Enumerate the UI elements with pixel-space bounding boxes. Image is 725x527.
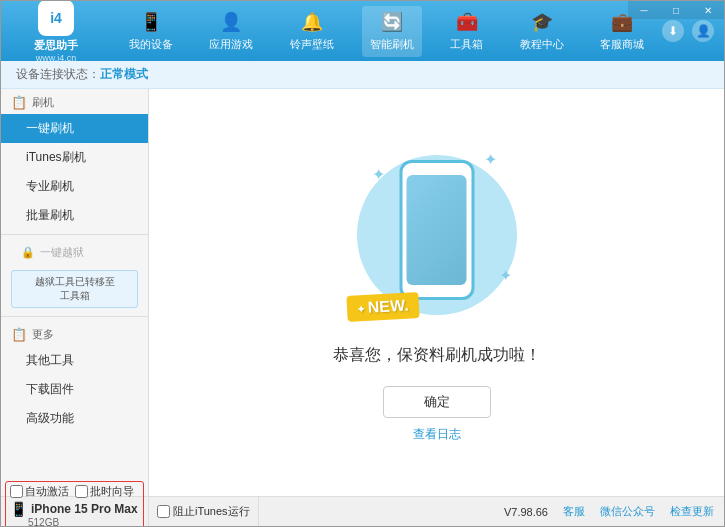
sidebar-disabled-jailbreak: 🔒 一键越狱: [1, 239, 148, 266]
sidebar-item-advanced[interactable]: 高级功能: [1, 404, 148, 433]
success-message: 恭喜您，保资料刷机成功啦！: [333, 345, 541, 366]
guide-import-checkbox[interactable]: [75, 485, 88, 498]
device-box: 自动激活 批时向导 📱 iPhone 15 Pro Max 512GB iPho…: [5, 481, 144, 527]
apps-icon: 👤: [220, 11, 242, 33]
check-update-link[interactable]: 检查更新: [670, 504, 714, 519]
customer-service-link[interactable]: 客服: [563, 504, 585, 519]
app-logo: i4 爱思助手 www.i4.cn: [1, 0, 111, 63]
stop-itunes-label[interactable]: 阻止iTunes运行: [157, 504, 250, 519]
sidebar-item-itunes-flash[interactable]: iTunes刷机: [1, 143, 148, 172]
version-label: V7.98.66: [504, 506, 548, 518]
guide-import-label[interactable]: 批时向导: [75, 484, 134, 499]
sidebar-notice: 越狱工具已转移至工具箱: [11, 270, 138, 308]
nav-toolbox[interactable]: 🧰 工具箱: [442, 6, 491, 57]
minimize-button[interactable]: ─: [628, 1, 660, 19]
confirm-button[interactable]: 确定: [383, 386, 491, 418]
logo-icon: i4: [38, 0, 74, 36]
bottom-right: V7.98.66 客服 微信公众号 检查更新: [494, 497, 724, 526]
device-name: iPhone 15 Pro Max: [31, 502, 138, 516]
sidebar-item-other-tools[interactable]: 其他工具: [1, 346, 148, 375]
device-section: 自动激活 批时向导 📱 iPhone 15 Pro Max 512GB iPho…: [1, 497, 149, 526]
nav-ringtones[interactable]: 🔔 铃声壁纸: [282, 6, 342, 57]
lock-icon: 🔒: [21, 246, 35, 259]
sparkle-2: ✦: [484, 150, 497, 169]
stop-itunes-checkbox[interactable]: [157, 505, 170, 518]
new-badge: NEW.: [346, 292, 419, 322]
phone-graphic: ✦ ✦ ✦ NEW.: [357, 145, 517, 325]
sidebar: 📋 刷机 一键刷机 iTunes刷机 专业刷机 批量刷机 🔒 一键越狱 越狱工具…: [1, 89, 149, 498]
status-prefix: 设备连接状态：: [16, 66, 100, 83]
close-button[interactable]: ✕: [692, 1, 724, 19]
sub-header: 设备连接状态： 正常模式: [1, 61, 724, 89]
main-nav: 📱 我的设备 👤 应用游戏 🔔 铃声壁纸 🔄 智能刷机 🧰 工具箱 🎓: [111, 6, 662, 57]
window-controls: ─ □ ✕: [628, 1, 724, 19]
sidebar-flash-header: 📋 刷机: [1, 89, 148, 114]
flash-section-icon: 📋: [11, 95, 27, 110]
sidebar-divider-2: [1, 316, 148, 317]
nav-apps-games[interactable]: 👤 应用游戏: [201, 6, 261, 57]
app-name: 爱思助手: [34, 38, 78, 53]
maximize-button[interactable]: □: [660, 1, 692, 19]
sparkle-3: ✦: [499, 266, 512, 285]
sidebar-divider-1: [1, 234, 148, 235]
auto-activate-checkbox[interactable]: [10, 485, 23, 498]
user-btn[interactable]: 👤: [692, 20, 714, 42]
phone-screen: [407, 175, 467, 285]
header-controls: ⬇ 👤: [662, 20, 724, 42]
device-phone-icon: 📱: [10, 501, 27, 517]
view-log-link[interactable]: 查看日志: [413, 426, 461, 443]
bottom-spacer: [259, 497, 494, 526]
download-btn[interactable]: ⬇: [662, 20, 684, 42]
more-section-icon: 📋: [11, 327, 27, 342]
ringtones-icon: 🔔: [301, 11, 323, 33]
auto-activate-label[interactable]: 自动激活: [10, 484, 69, 499]
sidebar-more-header: 📋 更多: [1, 321, 148, 346]
main-content: ✦ ✦ ✦ NEW. 恭喜您，保资料刷机成功啦！ 确定 查看日志: [149, 89, 724, 498]
toolbox-icon: 🧰: [456, 11, 478, 33]
nav-smart-flash[interactable]: 🔄 智能刷机: [362, 6, 422, 57]
status-mode: 正常模式: [100, 66, 148, 83]
sidebar-item-one-key-flash[interactable]: 一键刷机: [1, 114, 148, 143]
my-device-icon: 📱: [140, 11, 162, 33]
tutorial-icon: 🎓: [531, 11, 553, 33]
wechat-link[interactable]: 微信公众号: [600, 504, 655, 519]
nav-my-device[interactable]: 📱 我的设备: [121, 6, 181, 57]
device-options-row: 自动激活 批时向导: [10, 484, 139, 499]
sparkle-1: ✦: [372, 165, 385, 184]
success-illustration: ✦ ✦ ✦ NEW.: [357, 145, 517, 325]
sidebar-item-batch-flash[interactable]: 批量刷机: [1, 201, 148, 230]
app-url: www.i4.cn: [36, 53, 77, 63]
sidebar-item-download-firmware[interactable]: 下载固件: [1, 375, 148, 404]
nav-tutorial[interactable]: 🎓 教程中心: [512, 6, 572, 57]
sidebar-item-pro-flash[interactable]: 专业刷机: [1, 172, 148, 201]
stop-itunes-section: 阻止iTunes运行: [149, 497, 259, 526]
smart-flash-icon: 🔄: [381, 11, 403, 33]
bottom-bar: 自动激活 批时向导 📱 iPhone 15 Pro Max 512GB iPho…: [1, 496, 724, 526]
phone-body: [399, 160, 474, 300]
device-info-row: 📱 iPhone 15 Pro Max: [10, 501, 139, 517]
device-storage: 512GB: [10, 517, 139, 527]
